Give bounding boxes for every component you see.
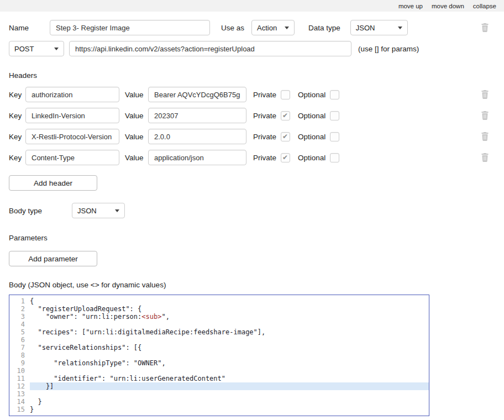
private-checkbox[interactable] [281,90,290,99]
optional-checkbox[interactable] [330,111,339,120]
add-parameter-button[interactable]: Add parameter [9,251,97,266]
use-as-value: Action [257,24,277,32]
header-row: Key Value Private Optional [9,129,489,144]
method-value: POST [14,45,34,53]
value-label: Value [125,133,145,141]
body-label: Body (JSON object, use <> for dynamic va… [9,281,489,289]
data-type-select[interactable]: JSON [350,20,408,35]
private-checkbox[interactable] [281,153,290,162]
chevron-down-icon [115,209,119,212]
optional-label: Optional [298,91,326,99]
key-label: Key [9,133,22,141]
trash-icon [481,132,489,141]
api-call-panel: Name Use as Action Data type JSON POST (… [0,12,504,420]
header-key-input[interactable] [25,108,119,123]
move-up-link[interactable]: move up [398,3,423,9]
chevron-down-icon [398,27,402,29]
value-label: Value [125,91,145,99]
header-value-input[interactable] [148,150,246,165]
chevron-down-icon [54,48,59,50]
delete-header-button[interactable] [481,153,489,162]
private-label: Private [253,112,276,120]
chevron-down-icon [285,27,289,29]
value-label: Value [125,154,145,162]
header-value-input[interactable] [148,87,246,102]
header-value-input[interactable] [148,108,246,123]
optional-label: Optional [298,133,326,141]
url-row: POST (use [] for params) [9,41,489,56]
trash-icon [481,23,489,32]
move-down-link[interactable]: move down [432,3,464,9]
url-input[interactable] [69,41,351,56]
body-type-row: Body type JSON [9,203,489,218]
body-type-value: JSON [77,207,97,215]
delete-header-button[interactable] [481,111,489,120]
optional-checkbox[interactable] [330,132,339,141]
collapse-link[interactable]: collapse [473,3,496,9]
use-as-label: Use as [221,24,244,32]
private-checkbox[interactable] [281,132,290,141]
private-label: Private [253,91,276,99]
headers-title: Headers [9,71,489,80]
private-label: Private [253,133,276,141]
header-row: Key Value Private Optional [9,150,489,165]
private-label: Private [253,154,276,162]
name-row: Name Use as Action Data type JSON [9,20,489,35]
header-key-input[interactable] [25,87,119,102]
optional-label: Optional [298,112,326,120]
delete-header-button[interactable] [481,132,489,141]
card-controls: move up move down collapse [0,0,504,12]
value-label: Value [125,112,145,120]
code-lines: { "registerUploadRequest": { "owner": "u… [30,297,429,413]
trash-icon [481,153,489,162]
name-input[interactable] [50,20,210,35]
private-checkbox[interactable] [281,111,290,120]
key-label: Key [9,112,22,120]
data-type-label: Data type [308,24,340,32]
header-value-input[interactable] [148,129,246,144]
trash-icon [481,90,489,99]
header-key-input[interactable] [25,150,119,165]
key-label: Key [9,91,22,99]
optional-checkbox[interactable] [330,90,339,99]
header-row: Key Value Private Optional [9,108,489,123]
body-type-select[interactable]: JSON [72,203,125,218]
header-key-input[interactable] [25,129,119,144]
data-type-value: JSON [356,24,375,32]
header-row: Key Value Private Optional [9,87,489,102]
optional-label: Optional [298,154,326,162]
method-select[interactable]: POST [9,41,64,56]
params-hint: (use [] for params) [358,45,419,53]
code-gutter: 123456789101112131415 [9,297,30,413]
add-header-button[interactable]: Add header [9,175,97,191]
name-label: Name [9,24,50,32]
optional-checkbox[interactable] [330,153,339,162]
body-type-label: Body type [9,207,72,215]
use-as-select[interactable]: Action [251,20,295,35]
key-label: Key [9,154,22,162]
delete-call-button[interactable] [481,23,489,32]
parameters-title: Parameters [9,234,489,242]
delete-header-button[interactable] [481,90,489,99]
body-json-editor[interactable]: 123456789101112131415 { "registerUploadR… [9,295,429,416]
trash-icon [481,111,489,120]
